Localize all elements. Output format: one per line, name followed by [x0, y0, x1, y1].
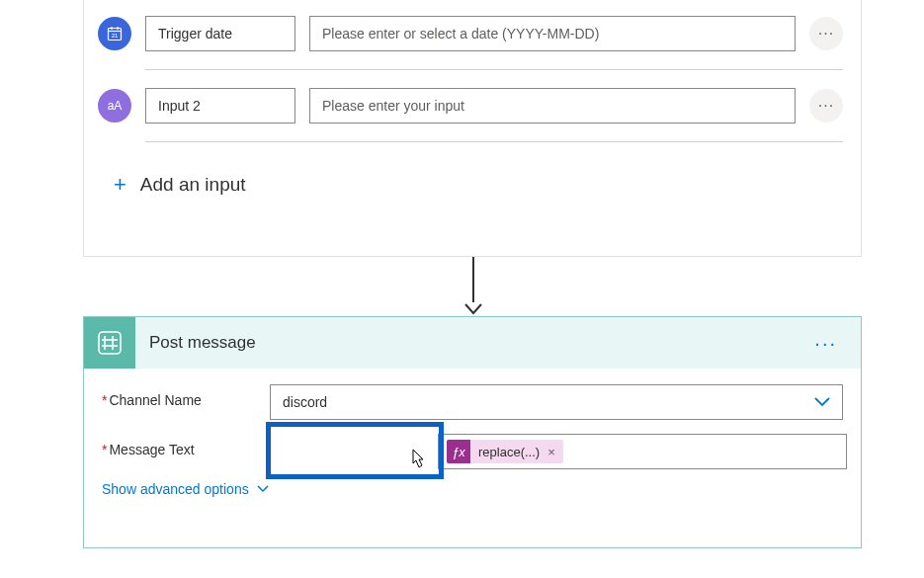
expression-pill[interactable]: ƒx replace(...) × — [447, 440, 563, 463]
field-label-channel: *Channel Name — [102, 384, 270, 408]
add-input-button[interactable]: + Add an input — [84, 150, 861, 207]
trigger-card: 21 Trigger date Please enter or select a… — [83, 0, 862, 257]
arrow-down-icon — [463, 302, 483, 316]
channel-value: discord — [283, 394, 327, 410]
divider — [145, 69, 843, 70]
chevron-down-icon — [257, 482, 269, 496]
channel-select[interactable]: discord — [270, 384, 843, 420]
chevron-down-icon — [814, 394, 830, 410]
text-icon: aA — [98, 89, 131, 123]
plus-icon: + — [114, 172, 126, 198]
field-row-message: *Message Text ƒx replace(...) × — [102, 434, 843, 457]
field-label-message: *Message Text — [102, 434, 270, 457]
calendar-icon: 21 — [98, 17, 131, 50]
row-more-button[interactable]: ··· — [809, 89, 843, 123]
svg-text:21: 21 — [112, 33, 119, 39]
param-value-box[interactable]: Please enter your input — [309, 88, 796, 124]
param-placeholder: Please enter your input — [322, 98, 464, 114]
trigger-row-input2: aA Input 2 Please enter your input ··· — [84, 78, 861, 133]
svg-rect-5 — [99, 332, 121, 354]
action-title: Post message — [149, 333, 793, 353]
show-advanced-toggle[interactable]: Show advanced options — [102, 471, 843, 497]
field-row-channel: *Channel Name discord — [102, 384, 843, 420]
fx-icon: ƒx — [447, 440, 470, 463]
remove-pill-icon[interactable]: × — [547, 445, 563, 459]
action-card: Post message ··· *Channel Name discord *… — [83, 316, 862, 548]
add-input-label: Add an input — [140, 174, 246, 196]
action-header[interactable]: Post message ··· — [84, 317, 861, 369]
param-value-box[interactable]: Please enter or select a date (YYYY-MM-D… — [309, 16, 796, 51]
param-name-box[interactable]: Trigger date — [145, 16, 295, 51]
row-more-button[interactable]: ··· — [809, 17, 843, 50]
divider — [145, 141, 843, 142]
action-more-button[interactable]: ··· — [806, 328, 845, 359]
flow-arrow — [462, 257, 485, 316]
message-text-input[interactable]: ƒx replace(...) × — [438, 434, 847, 469]
param-placeholder: Please enter or select a date (YYYY-MM-D… — [322, 26, 599, 41]
param-name-text: Input 2 — [158, 98, 201, 114]
show-advanced-label: Show advanced options — [102, 481, 249, 497]
trigger-row-date: 21 Trigger date Please enter or select a… — [84, 6, 861, 61]
param-name-text: Trigger date — [158, 26, 232, 41]
param-name-box[interactable]: Input 2 — [145, 88, 295, 124]
action-body: *Channel Name discord *Message Text ƒx — [84, 369, 861, 507]
slack-hash-icon — [84, 317, 135, 369]
fx-text: replace(...) — [470, 445, 547, 459]
